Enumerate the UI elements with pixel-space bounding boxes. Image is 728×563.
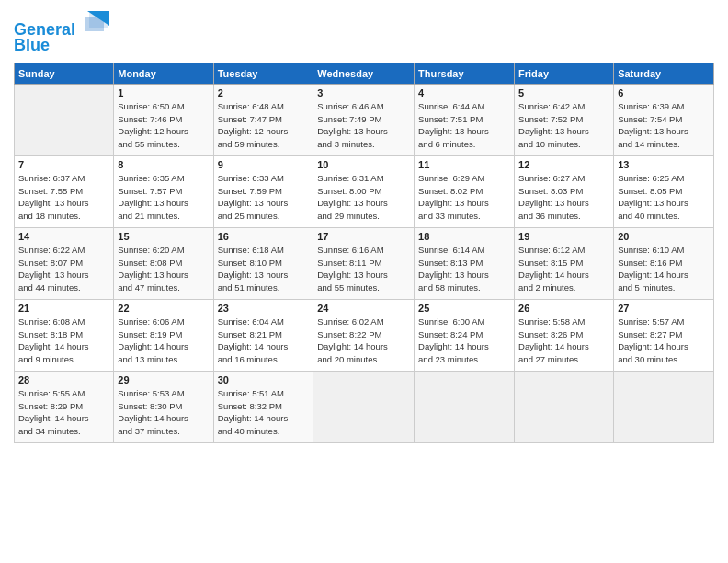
day-info: Sunrise: 6:27 AMSunset: 8:03 PMDaylight:… [518,172,609,223]
calendar-cell: 15Sunrise: 6:20 AMSunset: 8:08 PMDayligh… [114,227,213,299]
day-info: Sunrise: 6:16 AMSunset: 8:11 PMDaylight:… [317,244,410,294]
day-number: 11 [418,159,510,170]
day-info: Sunrise: 6:04 AMSunset: 8:21 PMDaylight:… [218,316,310,366]
calendar-cell: 9Sunrise: 6:33 AMSunset: 7:59 PMDaylight… [213,155,313,227]
day-info: Sunrise: 6:31 AMSunset: 8:00 PMDaylight:… [317,172,410,223]
day-info: Sunrise: 6:33 AMSunset: 7:59 PMDaylight:… [218,172,310,223]
day-number: 8 [118,159,209,170]
calendar-cell [515,371,614,442]
day-info: Sunrise: 6:10 AMSunset: 8:16 PMDaylight:… [618,244,710,294]
calendar-cell: 6Sunrise: 6:39 AMSunset: 7:54 PMDaylight… [614,84,714,155]
calendar-cell: 24Sunrise: 6:02 AMSunset: 8:22 PMDayligh… [313,299,415,371]
day-number: 22 [118,303,209,314]
weekday-header-monday: Monday [114,63,213,84]
day-number: 16 [218,231,310,242]
calendar-cell: 2Sunrise: 6:48 AMSunset: 7:47 PMDaylight… [213,84,313,155]
day-info: Sunrise: 5:53 AMSunset: 8:30 PMDaylight:… [118,387,209,438]
week-row-4: 21Sunrise: 6:08 AMSunset: 8:18 PMDayligh… [15,299,714,371]
logo-icon [82,9,111,35]
calendar-cell: 4Sunrise: 6:44 AMSunset: 7:51 PMDaylight… [415,84,515,155]
day-number: 20 [618,231,710,242]
calendar-cell: 5Sunrise: 6:42 AMSunset: 7:52 PMDaylight… [515,84,614,155]
day-number: 1 [118,87,209,98]
week-row-3: 14Sunrise: 6:22 AMSunset: 8:07 PMDayligh… [15,227,714,299]
day-number: 19 [518,231,609,242]
weekday-header-sunday: Sunday [15,63,114,84]
day-info: Sunrise: 6:22 AMSunset: 8:07 PMDaylight:… [18,244,109,294]
calendar-cell [15,84,114,155]
day-number: 28 [18,374,109,385]
calendar-cell: 29Sunrise: 5:53 AMSunset: 8:30 PMDayligh… [114,371,213,442]
day-info: Sunrise: 5:51 AMSunset: 8:32 PMDaylight:… [218,387,310,438]
weekday-header-friday: Friday [515,63,614,84]
day-info: Sunrise: 6:06 AMSunset: 8:19 PMDaylight:… [118,316,209,366]
calendar-cell: 17Sunrise: 6:16 AMSunset: 8:11 PMDayligh… [313,227,415,299]
calendar-cell: 25Sunrise: 6:00 AMSunset: 8:24 PMDayligh… [415,299,515,371]
day-number: 25 [418,303,510,314]
week-row-5: 28Sunrise: 5:55 AMSunset: 8:29 PMDayligh… [15,371,714,442]
day-info: Sunrise: 6:37 AMSunset: 7:55 PMDaylight:… [18,172,109,223]
week-row-2: 7Sunrise: 6:37 AMSunset: 7:55 PMDaylight… [15,155,714,227]
calendar-cell [313,371,415,442]
calendar-cell: 18Sunrise: 6:14 AMSunset: 8:13 PMDayligh… [415,227,515,299]
calendar-cell: 19Sunrise: 6:12 AMSunset: 8:15 PMDayligh… [515,227,614,299]
weekday-header-tuesday: Tuesday [213,63,313,84]
day-number: 24 [317,303,410,314]
calendar-cell: 8Sunrise: 6:35 AMSunset: 7:57 PMDaylight… [114,155,213,227]
calendar-cell: 10Sunrise: 6:31 AMSunset: 8:00 PMDayligh… [313,155,415,227]
day-number: 27 [618,303,710,314]
day-number: 4 [418,87,510,98]
calendar-cell: 7Sunrise: 6:37 AMSunset: 7:55 PMDaylight… [15,155,114,227]
day-info: Sunrise: 6:25 AMSunset: 8:05 PMDaylight:… [618,172,710,223]
calendar-cell: 26Sunrise: 5:58 AMSunset: 8:26 PMDayligh… [515,299,614,371]
day-info: Sunrise: 5:58 AMSunset: 8:26 PMDaylight:… [518,316,609,366]
day-info: Sunrise: 6:20 AMSunset: 8:08 PMDaylight:… [118,244,209,294]
calendar-cell: 11Sunrise: 6:29 AMSunset: 8:02 PMDayligh… [415,155,515,227]
day-info: Sunrise: 6:46 AMSunset: 7:49 PMDaylight:… [317,100,410,151]
calendar-cell: 1Sunrise: 6:50 AMSunset: 7:46 PMDaylight… [114,84,213,155]
calendar-cell: 20Sunrise: 6:10 AMSunset: 8:16 PMDayligh… [614,227,714,299]
day-info: Sunrise: 6:18 AMSunset: 8:10 PMDaylight:… [218,244,310,294]
day-number: 17 [317,231,410,242]
weekday-header-thursday: Thursday [415,63,515,84]
day-number: 3 [317,87,410,98]
calendar-container: General Blue SundayMondayTuesdayWednesda [0,0,728,563]
day-info: Sunrise: 6:29 AMSunset: 8:02 PMDaylight:… [418,172,510,223]
weekday-header-row: SundayMondayTuesdayWednesdayThursdayFrid… [15,63,714,84]
day-info: Sunrise: 5:57 AMSunset: 8:27 PMDaylight:… [618,316,710,366]
calendar-cell: 30Sunrise: 5:51 AMSunset: 8:32 PMDayligh… [213,371,313,442]
logo-text: General [14,9,111,40]
day-info: Sunrise: 6:48 AMSunset: 7:47 PMDaylight:… [218,100,310,151]
header: General Blue [14,9,714,55]
day-number: 23 [218,303,310,314]
day-number: 14 [18,231,109,242]
day-info: Sunrise: 6:00 AMSunset: 8:24 PMDaylight:… [418,316,510,366]
calendar-cell: 27Sunrise: 5:57 AMSunset: 8:27 PMDayligh… [614,299,714,371]
day-number: 10 [317,159,410,170]
calendar-cell: 22Sunrise: 6:06 AMSunset: 8:19 PMDayligh… [114,299,213,371]
calendar-cell [614,371,714,442]
week-row-1: 1Sunrise: 6:50 AMSunset: 7:46 PMDaylight… [15,84,714,155]
day-number: 9 [218,159,310,170]
day-number: 29 [118,374,209,385]
calendar-cell: 21Sunrise: 6:08 AMSunset: 8:18 PMDayligh… [15,299,114,371]
day-number: 7 [18,159,109,170]
day-info: Sunrise: 6:42 AMSunset: 7:52 PMDaylight:… [518,100,609,151]
calendar-cell: 28Sunrise: 5:55 AMSunset: 8:29 PMDayligh… [15,371,114,442]
day-info: Sunrise: 5:55 AMSunset: 8:29 PMDaylight:… [18,387,109,438]
day-number: 2 [218,87,310,98]
day-info: Sunrise: 6:14 AMSunset: 8:13 PMDaylight:… [418,244,510,294]
day-number: 12 [518,159,609,170]
day-info: Sunrise: 6:35 AMSunset: 7:57 PMDaylight:… [118,172,209,223]
day-number: 5 [518,87,609,98]
day-number: 30 [218,374,310,385]
logo: General Blue [14,9,111,55]
day-info: Sunrise: 6:39 AMSunset: 7:54 PMDaylight:… [618,100,710,151]
calendar-cell: 16Sunrise: 6:18 AMSunset: 8:10 PMDayligh… [213,227,313,299]
day-info: Sunrise: 6:44 AMSunset: 7:51 PMDaylight:… [418,100,510,151]
calendar-cell: 3Sunrise: 6:46 AMSunset: 7:49 PMDaylight… [313,84,415,155]
day-info: Sunrise: 6:08 AMSunset: 8:18 PMDaylight:… [18,316,109,366]
day-number: 21 [18,303,109,314]
calendar-cell: 12Sunrise: 6:27 AMSunset: 8:03 PMDayligh… [515,155,614,227]
calendar-table: SundayMondayTuesdayWednesdayThursdayFrid… [14,63,714,443]
